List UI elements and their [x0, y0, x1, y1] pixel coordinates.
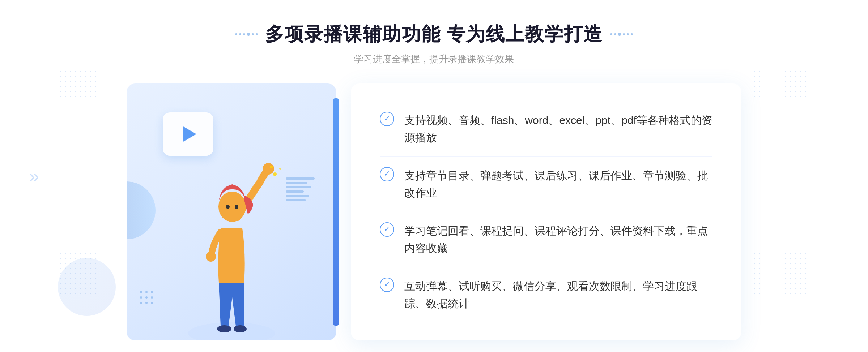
title-row: 多项录播课辅助功能 专为线上教学打造	[235, 22, 633, 47]
feature-text-3: 学习笔记回看、课程提问、课程评论打分、课件资料下载，重点内容收藏	[404, 222, 712, 257]
check-icon-3: ✓	[380, 222, 394, 237]
feature-item-3: ✓ 学习笔记回看、课程提问、课程评论打分、课件资料下载，重点内容收藏	[380, 212, 712, 267]
svg-point-11	[140, 291, 142, 293]
check-icon-4: ✓	[380, 278, 394, 292]
dot-pattern-top-right	[752, 43, 810, 101]
blue-sidebar-accent	[333, 98, 339, 326]
person-illustration	[174, 131, 289, 340]
illustration-card	[127, 83, 336, 340]
svg-point-13	[151, 291, 153, 293]
check-icon-2: ✓	[380, 167, 394, 181]
svg-point-14	[140, 296, 142, 299]
svg-point-12	[145, 291, 148, 293]
deco-half-circle	[127, 181, 156, 239]
svg-point-7	[234, 325, 247, 332]
svg-point-1	[263, 163, 274, 175]
features-card: ✓ 支持视频、音频、flash、word、excel、ppt、pdf等各种格式的…	[351, 83, 741, 340]
svg-point-10	[270, 166, 273, 168]
svg-point-8	[273, 172, 277, 176]
svg-point-6	[217, 325, 231, 332]
small-dots-deco	[137, 288, 159, 312]
content-area: ✓ 支持视频、音频、flash、word、excel、ppt、pdf等各种格式的…	[127, 83, 741, 340]
check-icon-1: ✓	[380, 112, 394, 126]
svg-point-5	[206, 252, 216, 262]
striped-decoration	[286, 177, 315, 201]
deco-circle-bottom-left	[58, 258, 116, 316]
svg-point-0	[188, 322, 275, 340]
feature-item-1: ✓ 支持视频、音频、flash、word、excel、ppt、pdf等各种格式的…	[380, 102, 712, 157]
feature-text-1: 支持视频、音频、flash、word、excel、ppt、pdf等各种格式的资源…	[404, 112, 712, 146]
svg-point-17	[140, 302, 142, 304]
title-dots-left	[235, 33, 258, 36]
svg-point-2	[218, 192, 246, 222]
svg-point-16	[151, 296, 153, 299]
left-navigation-chevron[interactable]: »	[29, 166, 39, 186]
title-dots-right	[610, 33, 633, 36]
svg-point-3	[226, 205, 230, 209]
page-wrapper: » 多项录播课辅助功能 专为线上教学打造 学习进度全掌握，提升录播课教学效果	[0, 0, 868, 352]
feature-text-4: 互动弹幕、试听购买、微信分享、观看次数限制、学习进度跟踪、数据统计	[404, 278, 712, 312]
dot-pattern-top-left	[58, 43, 116, 101]
feature-item-2: ✓ 支持章节目录、弹题考试、课后练习、课后作业、章节测验、批改作业	[380, 157, 712, 212]
feature-item-4: ✓ 互动弹幕、试听购买、微信分享、观看次数限制、学习进度跟踪、数据统计	[380, 267, 712, 322]
dot-pattern-bottom-right	[752, 251, 810, 309]
subtitle: 学习进度全掌握，提升录播课教学效果	[235, 53, 633, 65]
header-section: 多项录播课辅助功能 专为线上教学打造 学习进度全掌握，提升录播课教学效果	[235, 22, 633, 65]
svg-point-18	[145, 302, 148, 304]
svg-point-15	[145, 296, 148, 299]
svg-point-19	[151, 302, 153, 304]
svg-point-9	[279, 168, 281, 170]
feature-text-2: 支持章节目录、弹题考试、课后练习、课后作业、章节测验、批改作业	[404, 167, 712, 202]
svg-point-4	[235, 205, 238, 209]
main-title: 多项录播课辅助功能 专为线上教学打造	[265, 22, 603, 47]
